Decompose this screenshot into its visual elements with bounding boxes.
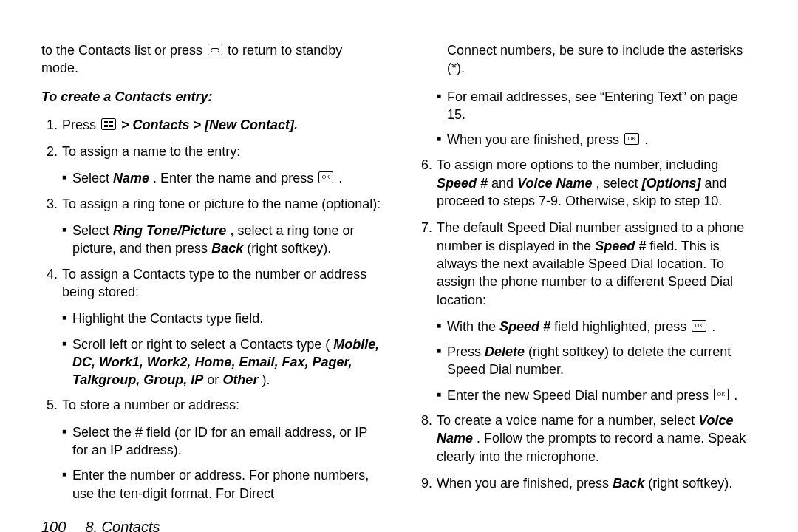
bullet-body: Enter the number or address. For phone n… xyxy=(72,466,382,502)
square-bullet-icon: ■ xyxy=(437,131,447,149)
field-name: Ring Tone/Picture xyxy=(113,223,226,238)
step-number: 7. xyxy=(416,219,437,308)
field-name: Speed # xyxy=(437,176,488,191)
text: . xyxy=(644,132,648,147)
step-2: 2. To assign a name to the entry: xyxy=(41,143,382,160)
bullet-body: Press Delete (right softkey) to delete t… xyxy=(447,343,757,379)
step-number: 1. xyxy=(41,116,62,134)
step-number: 5. xyxy=(41,396,62,414)
text: . Follow the prompts to record a name. S… xyxy=(437,431,746,463)
text: To assign more options to the number, in… xyxy=(437,157,718,172)
end-key-icon xyxy=(208,44,222,55)
text: When you are finished, press xyxy=(447,132,623,147)
page-footer: 100 8. Contacts xyxy=(41,519,757,532)
menu-item: [Options] xyxy=(642,176,701,191)
step-body: To store a number or address: xyxy=(62,396,239,414)
step-body: To assign a name to the entry: xyxy=(62,143,240,160)
text: . xyxy=(734,388,737,403)
step-body: To assign a ring tone or picture to the … xyxy=(62,195,381,213)
text: (right softkey). xyxy=(247,241,331,256)
text: and xyxy=(491,176,517,191)
step-6: 6. To assign more options to the number,… xyxy=(416,156,757,210)
step-body: The default Speed Dial number assigned t… xyxy=(437,219,757,308)
two-column-layout: to the Contacts list or press to return … xyxy=(41,41,757,510)
step-5: 5. To store a number or address: xyxy=(41,396,382,414)
field-name: Speed # xyxy=(499,319,550,334)
square-bullet-icon: ■ xyxy=(62,423,72,460)
step-number: 8. xyxy=(416,412,437,466)
text: ). xyxy=(262,372,270,387)
step-4: 4. To assign a Contacts type to the numb… xyxy=(41,265,382,301)
chapter-title: 8. Contacts xyxy=(85,519,160,532)
step-number: 9. xyxy=(416,474,437,492)
square-bullet-icon: ■ xyxy=(62,466,72,502)
intro-paragraph: to the Contacts list or press to return … xyxy=(41,41,382,78)
step-1: 1. Press > Contacts > [New Contact]. xyxy=(41,116,382,134)
square-bullet-icon: ■ xyxy=(437,88,447,124)
square-bullet-icon: ■ xyxy=(437,343,447,379)
type-other: Other xyxy=(222,372,258,387)
step-body: To assign more options to the number, in… xyxy=(437,156,757,210)
bullet: ■ With the Speed # field highlighted, pr… xyxy=(416,318,757,335)
ok-key-icon xyxy=(624,133,639,145)
menu-key-icon xyxy=(101,118,116,130)
text: or xyxy=(207,372,222,387)
bullet: ■ Highlight the Contacts type field. xyxy=(41,310,382,327)
step-body: To assign a Contacts type to the number … xyxy=(62,265,382,301)
square-bullet-icon: ■ xyxy=(62,222,72,258)
text: Scroll left or right to select a Contact… xyxy=(72,337,330,352)
bullet: ■ Select Ring Tone/Picture , select a ri… xyxy=(41,222,382,258)
text: Press xyxy=(447,344,485,359)
field-name: Voice Name xyxy=(517,176,592,191)
square-bullet-icon: ■ xyxy=(62,335,72,389)
field-name: Speed # xyxy=(595,239,646,253)
step-3: 3. To assign a ring tone or picture to t… xyxy=(41,195,382,213)
step-number: 2. xyxy=(41,143,62,160)
bullet: ■ Enter the new Speed Dial number and pr… xyxy=(416,386,757,404)
step-body: Press > Contacts > [New Contact]. xyxy=(62,116,298,134)
step-body: When you are finished, press Back (right… xyxy=(437,474,732,492)
menu-path: > Contacts > [New Contact]. xyxy=(121,117,298,132)
step-number: 3. xyxy=(41,195,62,213)
bullet-body: Enter the new Speed Dial number and pres… xyxy=(447,386,737,404)
text: Press xyxy=(62,117,100,132)
bullet-body: Scroll left or right to select a Contact… xyxy=(72,335,382,389)
square-bullet-icon: ■ xyxy=(62,310,72,327)
step-number: 6. xyxy=(416,156,437,210)
bullet: ■ Select Name . Enter the name and press… xyxy=(41,169,382,187)
field-name: Name xyxy=(113,171,149,185)
bullet-body: For email addresses, see “Entering Text”… xyxy=(447,88,757,124)
subheading-create-entry: To create a Contacts entry: xyxy=(41,88,382,106)
text: . Enter the name and press xyxy=(153,171,317,185)
bullet-body: Select Name . Enter the name and press . xyxy=(72,169,342,187)
text: Select xyxy=(72,171,113,185)
text: Enter the new Speed Dial number and pres… xyxy=(447,388,712,403)
right-column: Connect numbers, be sure to include the … xyxy=(416,41,757,510)
step-body: To create a voice name for a number, sel… xyxy=(437,412,757,466)
step-number: 4. xyxy=(41,265,62,301)
bullet: ■ For email addresses, see “Entering Tex… xyxy=(416,88,757,124)
manual-page: to the Contacts list or press to return … xyxy=(0,0,798,532)
softkey-name: Delete xyxy=(485,344,525,359)
bullet-body: With the Speed # field highlighted, pres… xyxy=(447,318,715,335)
softkey-name: Back xyxy=(211,241,243,256)
ok-key-icon xyxy=(714,389,729,400)
text: To create a voice name for a number, sel… xyxy=(437,413,698,428)
bullet: ■ Enter the number or address. For phone… xyxy=(41,466,382,502)
bullet-body: Select Ring Tone/Picture , select a ring… xyxy=(72,222,382,258)
text: . xyxy=(712,319,715,334)
text: With the xyxy=(447,319,499,334)
ok-key-icon xyxy=(318,171,333,183)
step-8: 8. To create a voice name for a number, … xyxy=(416,412,757,466)
bullet: ■ When you are finished, press . xyxy=(416,131,757,149)
left-column: to the Contacts list or press to return … xyxy=(41,41,382,510)
step-7: 7. The default Speed Dial number assigne… xyxy=(416,219,757,308)
square-bullet-icon: ■ xyxy=(437,318,447,335)
softkey-name: Back xyxy=(613,476,644,491)
ok-key-icon xyxy=(692,320,706,332)
square-bullet-icon: ■ xyxy=(62,169,72,187)
bullet: ■ Select the # field (or ID for an email… xyxy=(41,423,382,460)
bullet-body: When you are finished, press . xyxy=(447,131,648,149)
step-9: 9. When you are finished, press Back (ri… xyxy=(416,474,757,492)
square-bullet-icon: ■ xyxy=(437,386,447,404)
